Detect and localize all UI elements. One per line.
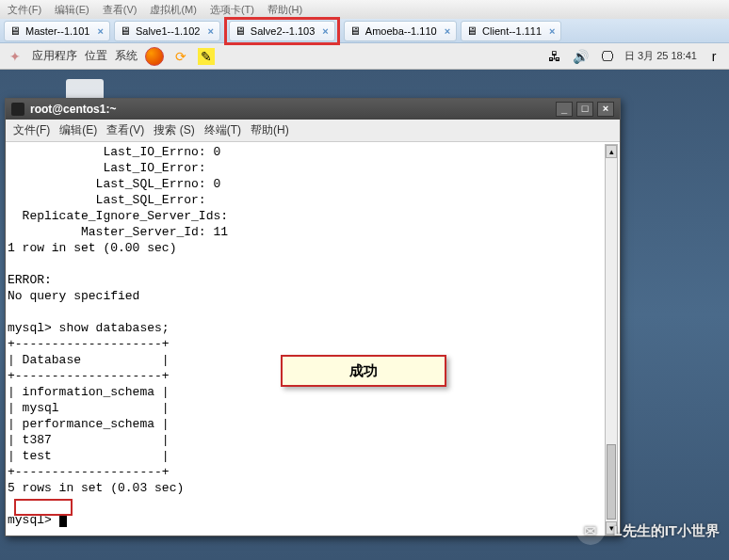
term-menu-search[interactable]: 搜索 (S) <box>154 122 194 138</box>
window-icon <box>11 103 24 116</box>
places-menu[interactable]: 位置 <box>85 48 107 64</box>
tab-highlight: 🖥 Salve2--1.103 × <box>224 17 340 45</box>
close-icon[interactable]: × <box>445 25 450 37</box>
menu-item[interactable]: 选项卡(T) <box>210 3 254 17</box>
cursor <box>59 514 67 527</box>
watermark-text: L先生的IT小世界 <box>614 522 721 540</box>
system-menu[interactable]: 系统 <box>115 48 138 64</box>
term-menu-file[interactable]: 文件(F) <box>13 122 50 138</box>
gnome-panel: ✦ 应用程序 位置 系统 ⟳ ✎ 🖧 🔊 🖵 日 3月 25 18:41 r <box>0 43 729 70</box>
tab-master[interactable]: 🖥 Master--1.101 × <box>4 21 110 41</box>
scroll-thumb[interactable] <box>607 444 616 520</box>
terminal-titlebar[interactable]: root@centos1:~ _ □ × <box>6 99 620 120</box>
close-icon[interactable]: × <box>322 25 328 37</box>
update-icon[interactable]: ⟳ <box>171 47 190 66</box>
wechat-icon: ✉ <box>576 517 605 545</box>
callout-text: 成功 <box>349 362 378 380</box>
term-menu-view[interactable]: 查看(V) <box>106 122 144 138</box>
terminal-window: root@centos1:~ _ □ × 文件(F) 编辑(E) 查看(V) 搜… <box>5 98 621 536</box>
display-icon[interactable]: 🖵 <box>598 47 617 66</box>
menu-item[interactable]: 查看(V) <box>103 3 138 17</box>
terminal-output[interactable]: Last_IO_Errno: 0 Last_IO_Error: Last_SQL… <box>6 142 620 536</box>
tab-label: Amoeba--1.110 <box>365 25 437 37</box>
volume-icon[interactable]: 🔊 <box>572 47 591 66</box>
menu-item[interactable]: 虚拟机(M) <box>150 3 197 17</box>
vm-tabs: 🖥 Master--1.101 × 🖥 Salve1--1.102 × 🖥 Sa… <box>0 19 729 43</box>
vm-icon: 🖥 <box>234 24 247 38</box>
user-icon[interactable]: r <box>705 47 723 66</box>
menu-item[interactable]: 编辑(E) <box>55 3 89 17</box>
clock[interactable]: 日 3月 25 18:41 <box>624 49 697 63</box>
applications-menu[interactable]: 应用程序 <box>32 48 77 64</box>
vm-icon: 🖥 <box>119 24 132 38</box>
tab-salve1[interactable]: 🖥 Salve1--1.102 × <box>114 21 220 41</box>
window-title: root@centos1:~ <box>30 103 116 116</box>
desktop[interactable]: root@centos1:~ _ □ × 文件(F) 编辑(E) 查看(V) 搜… <box>0 70 729 560</box>
tab-label: Salve1--1.102 <box>136 25 201 37</box>
close-icon[interactable]: × <box>549 25 555 37</box>
close-icon[interactable]: × <box>207 25 213 37</box>
terminal-menubar: 文件(F) 编辑(E) 查看(V) 搜索 (S) 终端(T) 帮助(H) <box>6 120 620 142</box>
notes-icon[interactable]: ✎ <box>198 48 215 65</box>
vm-icon: 🖥 <box>465 24 478 38</box>
term-menu-edit[interactable]: 编辑(E) <box>59 122 97 138</box>
tab-label: Master--1.101 <box>25 25 89 37</box>
tab-amoeba[interactable]: 🖥 Amoeba--1.110 × <box>344 21 457 41</box>
callout-success: 成功 <box>281 355 446 387</box>
menu-item[interactable]: 帮助(H) <box>267 3 302 17</box>
tab-client[interactable]: 🖥 Client--1.111 × <box>461 21 561 41</box>
tab-label: Salve2--1.103 <box>251 25 316 37</box>
vm-icon: 🖥 <box>8 24 22 38</box>
vm-icon: 🖥 <box>348 24 362 38</box>
maximize-button[interactable]: □ <box>576 102 593 117</box>
watermark: ✉ L先生的IT小世界 <box>576 517 721 545</box>
close-icon[interactable]: × <box>97 25 103 37</box>
network-icon[interactable]: 🖧 <box>545 47 564 66</box>
minimize-button[interactable]: _ <box>556 102 573 117</box>
term-menu-help[interactable]: 帮助(H) <box>251 122 289 138</box>
close-button[interactable]: × <box>597 102 614 117</box>
scroll-up-button[interactable]: ▴ <box>606 145 617 158</box>
terminal-scrollbar[interactable]: ▴ ▾ <box>605 144 618 536</box>
tab-salve2[interactable]: 🖥 Salve2--1.103 × <box>229 21 335 41</box>
term-menu-terminal[interactable]: 终端(T) <box>204 122 241 138</box>
tab-label: Client--1.111 <box>482 25 542 37</box>
app-menubar: 文件(F) 编辑(E) 查看(V) 虚拟机(M) 选项卡(T) 帮助(H) <box>0 0 729 19</box>
apps-icon[interactable]: ✦ <box>6 47 24 66</box>
firefox-icon[interactable] <box>145 47 164 66</box>
menu-item[interactable]: 文件(F) <box>8 3 41 17</box>
